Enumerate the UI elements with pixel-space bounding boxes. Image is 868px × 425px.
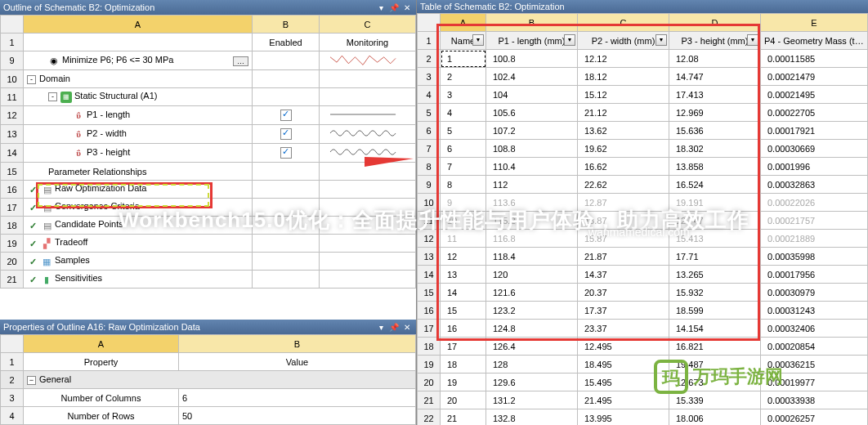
table-row[interactable]: 32102.418.1214.7470.00021479 <box>418 68 868 86</box>
cell-p4[interactable]: 0.00020854 <box>761 338 868 356</box>
cell-p1[interactable]: 123.2 <box>486 302 578 320</box>
dcol-C[interactable]: C <box>578 14 669 32</box>
cell-p4[interactable]: 0.00035998 <box>761 248 868 266</box>
outline-cell[interactable]: ΰP3 - height <box>24 144 253 163</box>
outline-cell[interactable]: ◉Minimize P6; P6 <= 30 MPa… <box>24 51 253 70</box>
tree-toggle-icon[interactable]: - <box>48 92 57 101</box>
table-row[interactable]: 1817126.412.49516.8210.00020854 <box>418 338 868 356</box>
outline-cell[interactable]: -▦Static Structural (A1) <box>24 88 253 106</box>
cell-p2[interactable]: 21.495 <box>578 391 669 409</box>
cell-p2[interactable]: 15.12 <box>578 86 669 104</box>
outline-cell[interactable]: ✓▤Candidate Points <box>24 217 253 235</box>
cell-p1[interactable]: 128 <box>486 356 578 374</box>
enabled-cell[interactable] <box>253 253 320 271</box>
monitoring-cell[interactable] <box>320 163 416 181</box>
properties-pin-icon[interactable]: 📌 <box>388 321 400 333</box>
cell-p3[interactable]: 19.191 <box>669 194 761 212</box>
cell-p4[interactable]: 0.00036215 <box>761 356 868 374</box>
cell-p2[interactable]: 18.12 <box>578 68 669 86</box>
outline-row[interactable]: 15Parameter Relationships <box>1 163 416 181</box>
cell-p1[interactable]: 100.8 <box>486 50 578 68</box>
outline-row[interactable]: 13ΰP2 - width <box>1 125 416 144</box>
cell-p4[interactable]: 0.00022026 <box>761 194 868 212</box>
cell-p3[interactable]: 15.932 <box>669 284 761 302</box>
outline-cell[interactable]: ✓▤Convergence Criteria <box>24 199 253 217</box>
table-row[interactable]: 54105.621.1212.9690.00022705 <box>418 104 868 122</box>
cell-name[interactable]: 8 <box>441 176 486 194</box>
outline-row[interactable]: 20✓▦Samples <box>1 253 416 271</box>
cell-p3[interactable]: 19.487 <box>669 356 761 374</box>
table-row[interactable]: 1716124.823.3714.1540.00032406 <box>418 320 868 338</box>
cell-name[interactable]: 21 <box>441 409 486 426</box>
collapse-icon[interactable]: − <box>27 376 36 385</box>
cell-name[interactable]: 11 <box>441 230 486 248</box>
outline-cell[interactable]: Parameter Relationships <box>24 163 253 181</box>
cell-name[interactable]: 20 <box>441 391 486 409</box>
table-row[interactable]: 87110.416.6213.8580.0001996 <box>418 158 868 176</box>
cell-p2[interactable]: 18.87 <box>578 212 669 230</box>
cell-name[interactable]: 19 <box>441 374 486 391</box>
cell-p1[interactable]: 112 <box>486 176 578 194</box>
cell-p3[interactable]: 14.747 <box>669 68 761 86</box>
outline-row[interactable]: 18✓▤Candidate Points <box>1 217 416 235</box>
monitoring-cell[interactable] <box>320 144 416 163</box>
filter-icon[interactable]: ▼ <box>655 34 667 46</box>
table-row[interactable]: 2019129.615.49512.6730.00019977 <box>418 374 868 391</box>
cell-name[interactable]: 9 <box>441 194 486 212</box>
cell-p2[interactable]: 16.62 <box>578 158 669 176</box>
outline-cell[interactable]: ✓▞Tradeoff <box>24 235 253 253</box>
col-C[interactable]: C <box>320 16 416 34</box>
cell-p3[interactable]: 17.71 <box>669 248 761 266</box>
table-row[interactable]: 2120131.221.49515.3390.00033938 <box>418 391 868 409</box>
general-group-row[interactable]: 2 −General <box>1 371 416 389</box>
cell-p4[interactable]: 0.00019977 <box>761 374 868 391</box>
cell-p4[interactable]: 0.00021479 <box>761 68 868 86</box>
cell-p3[interactable]: 12.08 <box>669 50 761 68</box>
checkbox[interactable] <box>280 110 292 121</box>
cell-name[interactable]: 14 <box>441 284 486 302</box>
cell-p4[interactable]: 0.00011585 <box>761 50 868 68</box>
cell-p3[interactable]: 18.302 <box>669 140 761 158</box>
outline-cell[interactable]: ✓▮Sensitivities <box>24 271 253 289</box>
cell-p4[interactable]: 0.00017921 <box>761 122 868 140</box>
header-name[interactable]: Name▼ <box>441 32 486 50</box>
monitoring-cell[interactable] <box>320 88 416 106</box>
cell-p1[interactable]: 102.4 <box>486 68 578 86</box>
cell-p3[interactable]: 16.821 <box>669 338 761 356</box>
cell-p1[interactable]: 131.2 <box>486 391 578 409</box>
filter-icon[interactable]: ▼ <box>747 34 758 46</box>
properties-dropdown-icon[interactable]: ▾ <box>375 321 387 333</box>
table-row[interactable]: 65107.213.6215.6360.00017921 <box>418 122 868 140</box>
table-row[interactable]: 1211116.815.8715.4130.00021889 <box>418 230 868 248</box>
header-p2[interactable]: P2 - width (mm)▼ <box>578 32 669 50</box>
filter-icon[interactable]: ▼ <box>472 34 484 46</box>
enabled-cell[interactable] <box>253 88 320 106</box>
cell-p1[interactable]: 116.8 <box>486 230 578 248</box>
cell-p4[interactable]: 0.00021757 <box>761 212 868 230</box>
cell-p2[interactable]: 13.995 <box>578 409 669 426</box>
header-p4[interactable]: P4 - Geometry Mass (tonne) <box>761 32 868 50</box>
outline-row[interactable]: 12ΰP1 - length <box>1 106 416 125</box>
table-row[interactable]: 2221132.813.99518.0060.00026257 <box>418 409 868 426</box>
cell-name[interactable]: 6 <box>441 140 486 158</box>
cell-name[interactable]: 5 <box>441 122 486 140</box>
property-value[interactable]: 50 <box>179 407 416 425</box>
cell-name[interactable]: 17 <box>441 338 486 356</box>
header-p1[interactable]: P1 - length (mm)▼ <box>486 32 578 50</box>
outline-row[interactable]: 14ΰP3 - height <box>1 144 416 163</box>
cell-p1[interactable]: 105.6 <box>486 104 578 122</box>
cell-p3[interactable]: 15.413 <box>669 230 761 248</box>
enabled-cell[interactable] <box>253 181 320 199</box>
cell-p4[interactable]: 0.00021495 <box>761 86 868 104</box>
checkbox[interactable] <box>280 147 292 159</box>
cell-p2[interactable]: 17.37 <box>578 302 669 320</box>
outline-row[interactable]: 21✓▮Sensitivities <box>1 271 416 289</box>
cell-p1[interactable]: 132.8 <box>486 409 578 426</box>
cell-p3[interactable]: 14.154 <box>669 320 761 338</box>
cell-p2[interactable]: 21.12 <box>578 104 669 122</box>
table-row[interactable]: 1110115.218.8712.7470.00021757 <box>418 212 868 230</box>
cell-p3[interactable]: 16.524 <box>669 176 761 194</box>
cell-p1[interactable]: 104 <box>486 86 578 104</box>
cell-p1[interactable]: 118.4 <box>486 248 578 266</box>
cell-p4[interactable]: 0.00017956 <box>761 266 868 284</box>
